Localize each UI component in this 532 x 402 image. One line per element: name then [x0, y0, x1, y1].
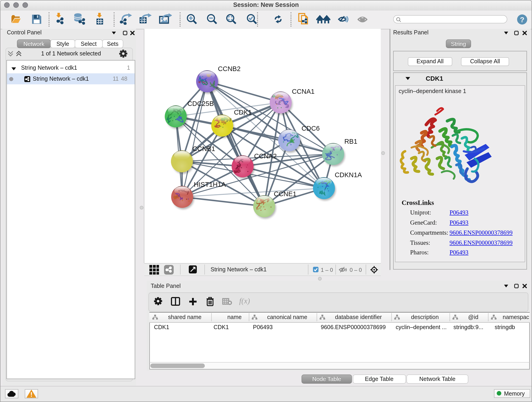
svg-text:CCNB2: CCNB2 — [218, 65, 240, 72]
svg-text:CDC25B: CDC25B — [187, 100, 214, 107]
svg-text:HIST1H1A: HIST1H1A — [194, 181, 226, 188]
svg-text:CDKN1A: CDKN1A — [335, 171, 362, 179]
svg-text:?: ? — [520, 16, 525, 24]
svg-text:CDK1: CDK1 — [234, 109, 252, 116]
svg-text:CCNA2: CCNA2 — [254, 153, 277, 160]
svg-text:CDC6: CDC6 — [301, 125, 319, 132]
svg-text:CCNE1: CCNE1 — [273, 190, 296, 198]
svg-text:CCNA1: CCNA1 — [292, 88, 314, 95]
svg-text:CCNB1: CCNB1 — [192, 145, 215, 153]
svg-text:RB1: RB1 — [344, 138, 357, 145]
